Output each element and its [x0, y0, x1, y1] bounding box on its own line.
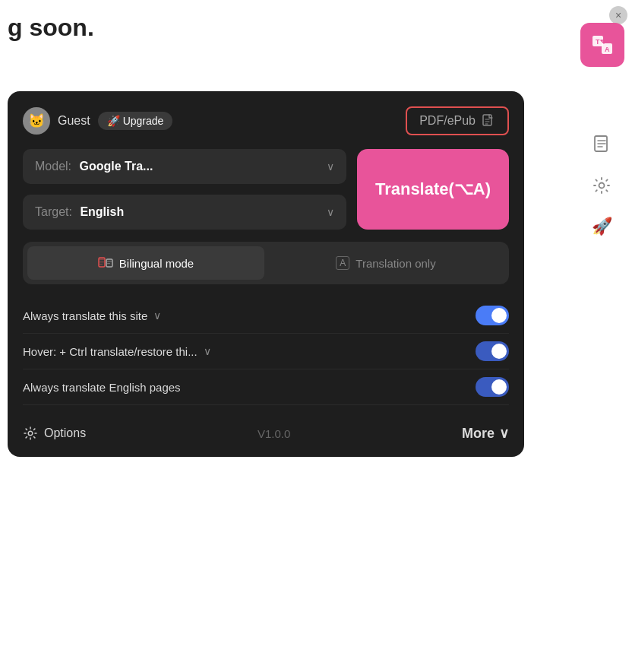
toggle-row-always-english: Always translate English pages: [23, 369, 509, 405]
mode-toggle: Bilingual mode A Translation only: [23, 242, 509, 284]
controls-row: Model: Google Tra... ∨ Target: English ∨…: [23, 149, 509, 230]
gear-sidebar-button[interactable]: [586, 170, 617, 201]
translate-line1: Translate: [375, 179, 449, 201]
guest-label: Guest: [58, 114, 90, 128]
pdf-icon: [482, 114, 495, 128]
popup-header: 🐱 Guest 🚀 Upgrade PDF/ePub: [23, 106, 509, 135]
popup-footer: Options V1.0.0 More ∨: [23, 417, 509, 442]
svg-text:T: T: [596, 38, 600, 46]
always-translate-chevron[interactable]: ∨: [153, 309, 161, 322]
options-button[interactable]: Options: [23, 426, 86, 441]
rocket-sidebar-button[interactable]: 🚀: [586, 211, 617, 242]
translation-only-icon: A: [336, 256, 349, 270]
target-label: Target:: [35, 205, 72, 218]
right-sidebar: 🚀: [586, 129, 617, 242]
upgrade-button[interactable]: 🚀 Upgrade: [98, 112, 173, 130]
toggle-knob: [491, 344, 507, 359]
upgrade-label: Upgrade: [123, 115, 164, 127]
toggle-knob: [491, 308, 507, 323]
toggle-knob: [491, 379, 507, 395]
toggle-row-left: Hover: + Ctrl translate/restore thi... ∨: [23, 345, 211, 358]
svg-rect-15: [107, 261, 112, 262]
user-section: 🐱 Guest 🚀 Upgrade: [23, 107, 172, 135]
avatar: 🐱: [23, 107, 50, 135]
target-select[interactable]: Target: English ∨: [23, 195, 346, 230]
svg-rect-16: [107, 263, 110, 264]
hover-label: Hover: + Ctrl translate/restore thi...: [23, 345, 198, 358]
translate-button[interactable]: Translate (⌥A): [357, 149, 509, 230]
gear-sidebar-icon: [592, 176, 611, 195]
close-button[interactable]: ×: [609, 6, 627, 24]
options-label: Options: [44, 426, 86, 440]
controls-left: Model: Google Tra... ∨ Target: English ∨: [23, 149, 346, 230]
more-chevron: ∨: [499, 425, 509, 442]
svg-point-8: [599, 183, 605, 189]
toggle-row-left: Always translate this site ∨: [23, 309, 161, 322]
svg-rect-13: [100, 264, 103, 265]
svg-point-17: [28, 431, 33, 436]
model-chevron: ∨: [327, 160, 334, 173]
svg-rect-11: [100, 258, 104, 260]
doc-sidebar-button[interactable]: [586, 129, 617, 160]
bilingual-icon: [98, 255, 113, 271]
more-label: More: [462, 426, 495, 442]
pdf-button[interactable]: PDF/ePub: [406, 106, 509, 135]
always-translate-label: Always translate this site: [23, 309, 147, 322]
model-value: Google Tra...: [79, 160, 153, 173]
bilingual-label: Bilingual mode: [119, 257, 194, 270]
more-button[interactable]: More ∨: [462, 425, 509, 442]
model-select[interactable]: Model: Google Tra... ∨: [23, 149, 346, 184]
always-translate-toggle[interactable]: [476, 306, 509, 325]
doc-icon: [592, 135, 611, 154]
bilingual-mode-button[interactable]: Bilingual mode: [27, 246, 264, 280]
always-english-label: Always translate English pages: [23, 381, 181, 394]
target-value: English: [80, 205, 124, 218]
close-icon: ×: [615, 9, 621, 21]
translate-line2: (⌥A): [449, 179, 491, 201]
version-text: V1.0.0: [258, 427, 290, 440]
always-english-toggle[interactable]: [476, 377, 509, 397]
svg-text:A: A: [605, 46, 610, 53]
translation-only-label: Translation only: [356, 257, 435, 270]
options-gear-icon: [23, 426, 38, 441]
toggle-row-left: Always translate English pages: [23, 381, 181, 394]
upgrade-icon: 🚀: [107, 115, 120, 127]
pink-translate-button[interactable]: T A: [580, 23, 624, 67]
target-chevron: ∨: [327, 206, 334, 218]
main-popup: 🐱 Guest 🚀 Upgrade PDF/ePub Model: G: [8, 91, 524, 457]
avatar-icon: 🐱: [28, 113, 45, 129]
translation-only-button[interactable]: A Translation only: [267, 246, 504, 280]
pdf-label: PDF/ePub: [419, 114, 476, 128]
translate-icon: T A: [590, 33, 615, 57]
hover-toggle[interactable]: [476, 341, 509, 361]
background-text: g soon.: [8, 14, 94, 42]
hover-chevron[interactable]: ∨: [204, 345, 211, 357]
toggle-row-always-translate: Always translate this site ∨: [23, 298, 509, 334]
svg-rect-12: [100, 262, 104, 262]
rocket-icon: 🚀: [592, 217, 612, 236]
toggle-row-hover: Hover: + Ctrl translate/restore thi... ∨: [23, 334, 509, 369]
model-label: Model:: [35, 160, 71, 173]
